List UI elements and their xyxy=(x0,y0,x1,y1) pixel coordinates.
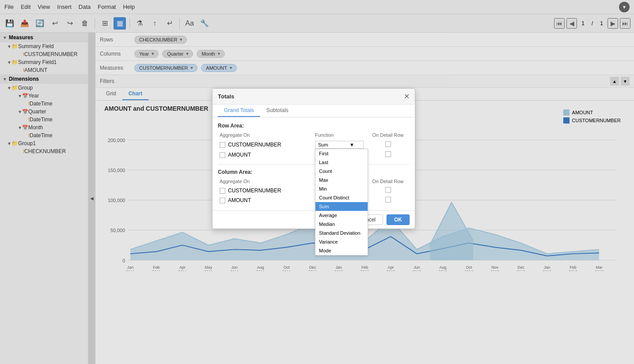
dialog-tab-grand-totals[interactable]: Grand Totals xyxy=(218,105,260,117)
dialog-footer: Cancel OK xyxy=(213,210,415,229)
col-area-amount-aggregate: AMOUNT xyxy=(220,197,315,203)
row-area-amount-aggregate: AMOUNT xyxy=(220,152,315,158)
row-area-customernumber-detail xyxy=(368,141,408,148)
col-area-amount-checkbox[interactable] xyxy=(220,198,225,203)
function-select[interactable]: Sum ▼ xyxy=(315,141,364,149)
dropdown-item-mode[interactable]: Mode xyxy=(315,246,368,255)
dropdown-item-first[interactable]: First xyxy=(315,149,368,158)
function-dropdown-list: First Last Count Max Min Count Distinct … xyxy=(315,149,368,255)
dropdown-item-sum[interactable]: Sum xyxy=(315,202,368,211)
col-area-amount-row: AMOUNT xyxy=(218,195,410,205)
col-header-function: Function xyxy=(315,132,368,138)
col-area-customernumber-aggregate: CUSTOMERNUMBER xyxy=(220,188,315,194)
col-area-amount-detail xyxy=(368,197,408,204)
col-area-customernumber-detail-checkbox[interactable] xyxy=(385,187,391,193)
dialog-tab-subtotals[interactable]: Subtotals xyxy=(260,105,295,117)
row-area-customernumber-detail-checkbox[interactable] xyxy=(385,141,391,147)
col-area-header-aggregate-on: Aggregate On xyxy=(220,179,315,184)
col-area-customernumber-row: CUSTOMERNUMBER xyxy=(218,186,410,195)
row-area-customernumber-name: CUSTOMERNUMBER xyxy=(228,142,281,148)
row-area-customernumber-row: CUSTOMERNUMBER Sum ▼ First Last Count xyxy=(218,139,410,150)
row-area-headers: Aggregate On Function On Detail Row xyxy=(218,132,410,138)
column-area-headers: Aggregate On Function On Detail Row xyxy=(218,179,410,184)
function-select-arrow: ▼ xyxy=(349,142,354,147)
row-area-amount-row: AMOUNT xyxy=(218,150,410,160)
row-area-amount-name: AMOUNT xyxy=(228,152,251,158)
dialog-tabs: Grand Totals Subtotals xyxy=(213,105,415,117)
dropdown-item-median[interactable]: Median xyxy=(315,220,368,229)
dialog-body: Row Area: Aggregate On Function On Detai… xyxy=(213,117,415,210)
totals-dialog: Totals ✕ Grand Totals Subtotals Row Area… xyxy=(212,88,415,229)
dialog-header: Totals ✕ xyxy=(213,89,415,105)
dropdown-item-count-distinct[interactable]: Count Distinct xyxy=(315,193,368,202)
dropdown-item-count[interactable]: Count xyxy=(315,167,368,176)
col-area-amount-name: AMOUNT xyxy=(228,197,251,203)
dropdown-item-min[interactable]: Min xyxy=(315,184,368,193)
dialog-overlay: Totals ✕ Grand Totals Subtotals Row Area… xyxy=(0,0,634,364)
dropdown-item-variance[interactable]: Variance xyxy=(315,237,368,246)
row-area-label: Row Area: xyxy=(218,123,410,129)
col-area-amount-detail-checkbox[interactable] xyxy=(385,197,391,203)
dialog-title: Totals xyxy=(218,93,234,100)
dropdown-item-last[interactable]: Last xyxy=(315,158,368,167)
row-area-amount-checkbox[interactable] xyxy=(220,152,225,158)
dialog-close-button[interactable]: ✕ xyxy=(404,92,410,101)
row-area-customernumber-function: Sum ▼ First Last Count Max Min Count Dis… xyxy=(315,141,368,149)
col-area-header-detail-row: On Detail Row xyxy=(368,179,408,184)
dropdown-item-max[interactable]: Max xyxy=(315,176,368,184)
function-select-value: Sum xyxy=(318,142,328,147)
row-area-amount-detail-checkbox[interactable] xyxy=(385,151,391,157)
col-area-customernumber-checkbox[interactable] xyxy=(220,188,225,194)
ok-button[interactable]: OK xyxy=(387,214,410,225)
dropdown-item-average[interactable]: Average xyxy=(315,211,368,220)
section-divider xyxy=(218,164,410,165)
row-area-amount-detail xyxy=(368,151,408,158)
row-area-customernumber-aggregate: CUSTOMERNUMBER xyxy=(220,142,315,148)
col-area-customernumber-name: CUSTOMERNUMBER xyxy=(228,188,281,194)
column-area-label: Column Area: xyxy=(218,169,410,175)
col-area-customernumber-detail xyxy=(368,187,408,194)
col-header-aggregate-on: Aggregate On xyxy=(220,132,315,138)
dropdown-item-std-dev[interactable]: Standard Deviation xyxy=(315,229,368,237)
col-header-detail-row: On Detail Row xyxy=(368,132,408,138)
function-select-wrapper: Sum ▼ First Last Count Max Min Count Dis… xyxy=(315,141,364,149)
row-area-customernumber-checkbox[interactable] xyxy=(220,142,225,148)
